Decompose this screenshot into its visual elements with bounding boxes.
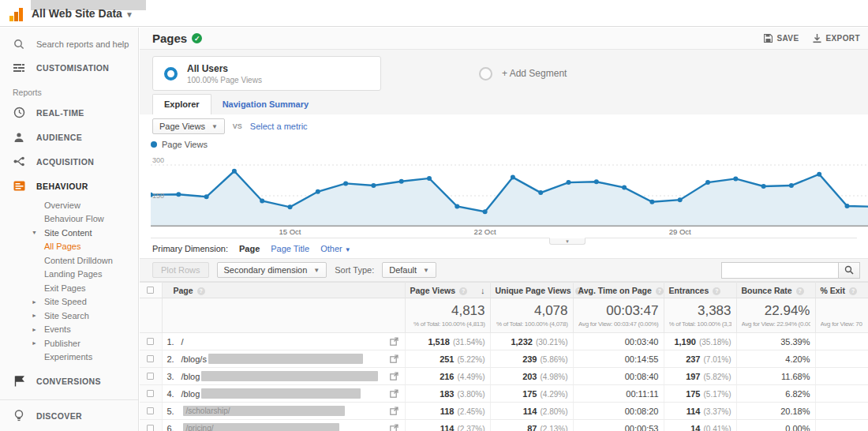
row-checkbox[interactable] (147, 407, 154, 414)
sidebar-item-site-speed[interactable]: ►Site Speed (0, 295, 138, 309)
page-path-link[interactable]: / (181, 337, 184, 347)
help-icon[interactable]: ? (849, 287, 857, 295)
cell-bounce-rate: 0.00% (736, 420, 815, 431)
page-path-link[interactable]: /blog (181, 372, 200, 381)
segment-all-users[interactable]: All Users 100.00% Page Views (152, 56, 381, 91)
table-row: 1./1,518(31.54%)1,232(30.21%)00:03:401,1… (140, 333, 868, 350)
help-icon[interactable]: ? (197, 287, 205, 295)
sidebar-item-acquisition[interactable]: ACQUISITION (0, 149, 138, 174)
sidebar-item-label: Exit Pages (44, 283, 86, 293)
cell-page-views: 216(4.49%) (405, 368, 490, 385)
secondary-dimension-dropdown[interactable]: Secondary dimension ▼ (217, 262, 327, 278)
chevron-collapsed-icon: ► (32, 327, 37, 332)
lightbulb-icon (13, 410, 25, 422)
reports-section-label: Reports (0, 80, 138, 100)
behaviour-icon (13, 180, 25, 193)
download-icon (813, 34, 821, 43)
sidebar-search[interactable] (0, 32, 138, 56)
help-icon[interactable]: ? (459, 287, 467, 295)
sidebar-item-conversions[interactable]: CONVERSIONS (0, 369, 138, 393)
summary-bounce: 22.94% (742, 303, 810, 319)
sidebar-item-discover[interactable]: DISCOVER (0, 403, 138, 428)
sidebar-item-audience[interactable]: AUDIENCE (0, 125, 138, 149)
sidebar-item-behaviour[interactable]: BEHAVIOUR (0, 174, 138, 198)
export-button[interactable]: EXPORT (813, 34, 860, 43)
tab-navigation-summary[interactable]: Navigation Summary (211, 95, 320, 114)
sidebar-item-overview[interactable]: Overview (0, 198, 138, 212)
sort-type-dropdown[interactable]: Default ▼ (382, 262, 436, 278)
sidebar-search-input[interactable] (36, 39, 131, 49)
acquisition-icon (13, 156, 25, 168)
flag-icon (13, 375, 25, 388)
sidebar-item-events[interactable]: ►Events (0, 323, 138, 337)
metric-dropdown[interactable]: Page Views ▼ (152, 118, 225, 134)
sidebar-item-publisher[interactable]: ►Publisher (0, 336, 138, 350)
cell-pct-exit (815, 368, 868, 385)
column-header-pct-exit[interactable]: % Exit? (815, 283, 868, 298)
column-header-page-views[interactable]: Page Views?↓ (405, 283, 490, 298)
cell-avg-time: 00:00:53 (573, 420, 664, 431)
page-path-link[interactable]: /blog/s (181, 354, 207, 364)
help-icon[interactable]: ? (713, 287, 720, 295)
open-page-external-icon[interactable] (390, 372, 398, 382)
table-search-button[interactable] (838, 262, 860, 279)
chevron-down-icon: ▼ (423, 267, 429, 274)
chart-collapse-handle[interactable]: ▼ (549, 238, 586, 245)
plot-rows-button[interactable]: Plot Rows (152, 262, 209, 278)
sidebar-item-customisation[interactable]: CUSTOMISATION (0, 56, 138, 80)
page-path-link[interactable]: /blog (181, 389, 200, 399)
open-page-external-icon[interactable] (390, 389, 398, 399)
row-checkbox[interactable] (147, 338, 154, 345)
row-index: 5. (167, 407, 181, 416)
row-checkbox[interactable] (147, 425, 154, 431)
tab-explorer[interactable]: Explorer (152, 94, 211, 114)
sidebar-item-realtime[interactable]: REAL-TIME (0, 100, 138, 125)
property-selector[interactable]: All Web Site Data▼ (32, 7, 133, 20)
row-checkbox[interactable] (147, 390, 154, 397)
sidebar-item-label: Landing Pages (44, 269, 102, 279)
open-page-external-icon[interactable] (390, 337, 398, 347)
sidebar-item-experiments[interactable]: Experiments (0, 350, 138, 365)
cell-entrances: 175(5.17%) (664, 385, 736, 403)
cell-entrances: 197(5.82%) (664, 368, 736, 385)
sidebar-item-exit-pages[interactable]: Exit Pages (0, 281, 138, 295)
open-page-external-icon[interactable] (390, 424, 398, 431)
sidebar-item-site-content[interactable]: ▼ Site Content (0, 226, 138, 240)
sidebar-item-behaviour-flow[interactable]: Behaviour Flow (0, 212, 138, 227)
sidebar-item-all-pages[interactable]: All Pages (0, 240, 138, 254)
column-header-bounce-rate[interactable]: Bounce Rate? (736, 283, 815, 298)
column-header-unique-page-views[interactable]: Unique Page Views? (490, 283, 573, 298)
column-label: Page Views (410, 286, 456, 295)
summary-unique: 4,078 (496, 303, 568, 319)
redacted-page-path: /scholarship/ (183, 406, 345, 416)
chart-footer: ▼ (151, 238, 857, 245)
cell-pct-exit (815, 385, 868, 403)
sidebar-item-content-drilldown[interactable]: Content Drilldown (0, 253, 138, 268)
redacted-page-path (208, 354, 363, 364)
sidebar-item-site-search[interactable]: ►Site Search (0, 309, 138, 323)
add-segment-button[interactable]: + Add Segment (479, 56, 567, 91)
open-page-external-icon[interactable] (390, 407, 398, 417)
select-metric-link[interactable]: Select a metric (250, 122, 308, 131)
column-label: Avg. Time on Page (578, 286, 652, 295)
open-page-external-icon[interactable] (390, 354, 398, 365)
column-header-entrances[interactable]: Entrances? (664, 283, 736, 298)
chart-plot-area[interactable]: 300 150 (151, 151, 868, 227)
column-label: Bounce Rate (742, 286, 792, 295)
select-all-cell (140, 283, 162, 298)
help-icon[interactable]: ? (656, 287, 664, 295)
row-checkbox[interactable] (147, 373, 154, 380)
column-header-avg-time[interactable]: Avg. Time on Page? (573, 283, 664, 298)
save-button[interactable]: SAVE (764, 34, 799, 43)
select-all-checkbox[interactable] (147, 287, 154, 294)
sidebar-item-landing-pages[interactable]: Landing Pages (0, 268, 138, 282)
help-icon[interactable]: ? (796, 287, 804, 295)
add-segment-ring-icon (479, 67, 492, 81)
x-axis-labels: 15 Oct22 Oct29 Oct (151, 227, 868, 238)
summary-entrances-sub: % of Total: 100.00% (3,383) (669, 320, 731, 328)
table-search-input[interactable] (721, 262, 838, 279)
summary-entrances: 3,383 (669, 303, 731, 319)
analytics-logo-icon (9, 7, 24, 21)
column-header-page[interactable]: Page? (162, 283, 405, 298)
row-checkbox[interactable] (147, 355, 154, 362)
